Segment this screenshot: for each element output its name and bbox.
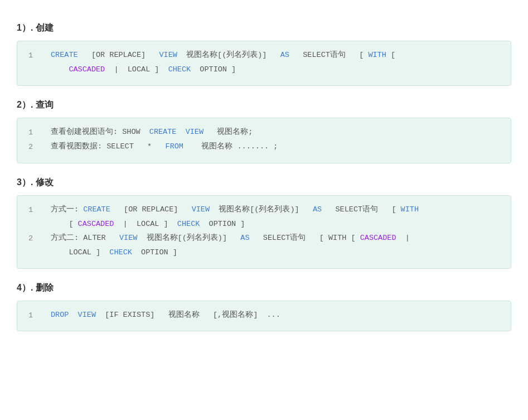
code-token: VIEW [186,128,204,136]
code-token: CREATE [51,51,78,59]
code-token: OPTION ] [191,65,236,74]
line-number [28,218,42,219]
line-number [28,247,42,247]
code-token: 视图名称[(列名列表)] [137,234,240,242]
code-token: VIEW [119,234,137,242]
code-token: [IF EXISTS] 视图名称 [,视图名称] ... [96,311,280,319]
section-title-section-modify: 3）. 修改 [17,177,511,189]
code-line: 2方式二: ALTER VIEW 视图名称[(列名列表)] AS SELECT语… [28,232,500,245]
code-content: 查看视图数据: SELECT * FROM 视图名称 ....... ; [51,141,500,153]
code-token: CASCADED [51,65,105,74]
code-content: DROP VIEW [IF EXISTS] 视图名称 [,视图名称] ... [51,309,500,322]
line-number: 1 [28,126,42,139]
section-title-section-create: 1）. 创建 [17,22,511,34]
code-token: [ [386,51,395,59]
code-block-section-query: 1查看创建视图语句: SHOW CREATE VIEW 视图名称;2查看视图数据… [17,118,511,163]
code-token: | [396,234,410,242]
code-line: LOCAL ] CHECK OPTION ] [28,247,500,259]
code-line: 1CREATE [OR REPLACE] VIEW 视图名称[(列名列表)] A… [28,49,500,62]
code-line: 1方式一: CREATE [OR REPLACE] VIEW 视图名称[(列名列… [28,204,500,217]
line-number: 2 [28,232,42,245]
code-token: [OR REPLACE] [110,205,192,214]
code-content: 方式二: ALTER VIEW 视图名称[(列名列表)] AS SELECT语句… [51,232,500,245]
code-line: 1DROP VIEW [IF EXISTS] 视图名称 [,视图名称] ... [28,309,500,322]
code-token: 查看视图数据: SELECT * [51,142,156,151]
code-content: CASCADED | LOCAL ] CHECK OPTION ] [51,64,500,76]
code-token: SELECT语句 [ [289,51,368,59]
code-token: VIEW [159,51,177,59]
code-token: AS [240,234,249,242]
code-token: [OR REPLACE] [78,51,159,59]
code-token: | LOCAL ] [105,65,168,74]
code-token: DROP [51,311,78,319]
code-block-section-create: 1CREATE [OR REPLACE] VIEW 视图名称[(列名列表)] A… [17,41,511,86]
code-content: CREATE [OR REPLACE] VIEW 视图名称[(列名列表)] AS… [51,49,500,62]
code-content: [ CASCADED | LOCAL ] CHECK OPTION ] [51,218,500,231]
code-token: FROM [156,142,183,151]
code-token: CASCADED [360,234,396,242]
code-token: CHECK [109,248,132,257]
code-token: 查看创建视图语句: SHOW [51,128,149,136]
code-token: CREATE [149,128,177,136]
code-token: LOCAL ] [51,248,109,257]
code-line: [ CASCADED | LOCAL ] CHECK OPTION ] [28,218,500,231]
code-token: 视图名称[(列名列表)] [177,51,280,59]
code-token: 视图名称 ....... ; [183,142,278,151]
code-token: CHECK [177,220,200,228]
code-token: CASCADED [78,220,114,228]
code-token: VIEW [78,311,96,319]
line-number: 1 [28,309,42,322]
section-title-section-delete: 4）. 删除 [17,282,511,294]
code-token: WITH [368,51,386,59]
code-token [176,128,185,136]
code-token: WITH [401,205,419,214]
code-content: LOCAL ] CHECK OPTION ] [51,247,500,259]
code-line: 1查看创建视图语句: SHOW CREATE VIEW 视图名称; [28,126,500,139]
code-content: 查看创建视图语句: SHOW CREATE VIEW 视图名称; [51,126,500,139]
code-block-section-modify: 1方式一: CREATE [OR REPLACE] VIEW 视图名称[(列名列… [17,195,511,269]
line-number: 1 [28,204,42,217]
code-token: SELECT语句 [ [322,205,400,214]
code-line: 2查看视图数据: SELECT * FROM 视图名称 ....... ; [28,141,500,154]
code-token: | LOCAL ] [114,220,177,228]
code-line: CASCADED | LOCAL ] CHECK OPTION ] [28,64,500,76]
code-token: 视图名称; [204,128,253,136]
code-token: 方式一: [51,205,83,214]
code-token: VIEW [192,205,210,214]
code-block-section-delete: 1DROP VIEW [IF EXISTS] 视图名称 [,视图名称] ... [17,301,511,332]
section-title-section-query: 2）. 查询 [17,99,511,111]
line-number: 1 [28,49,42,62]
app-container: 1）. 创建1CREATE [OR REPLACE] VIEW 视图名称[(列名… [17,22,511,331]
line-number [28,64,42,64]
code-token: [ [51,220,78,228]
code-token: CREATE [83,205,110,214]
code-token: OPTION ] [132,248,177,257]
code-token: AS [280,51,289,59]
code-token: AS [313,205,322,214]
code-token: CHECK [168,65,191,74]
code-token: 视图名称[(列名列表)] [210,205,313,214]
code-content: 方式一: CREATE [OR REPLACE] VIEW 视图名称[(列名列表… [51,204,500,216]
line-number: 2 [28,141,42,154]
code-token: 方式二: ALTER [51,234,119,242]
code-token: OPTION ] [200,220,245,228]
code-token: SELECT语句 [ WITH [ [250,234,360,242]
